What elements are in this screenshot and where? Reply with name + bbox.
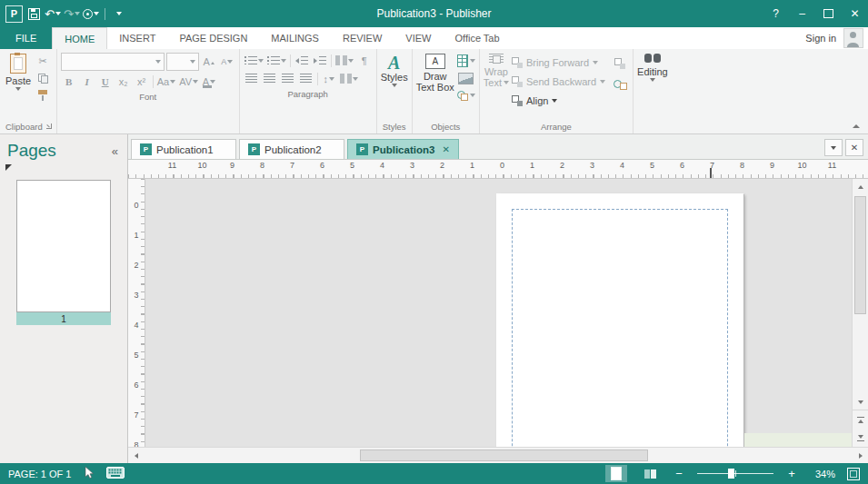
zoom-slider-thumb[interactable]	[728, 469, 734, 479]
paste-button[interactable]: Paste	[5, 52, 31, 119]
tab-office-tab[interactable]: Office Tab	[443, 27, 511, 49]
work-area: P Publication1 P Publication2 P Publicat…	[128, 134, 868, 463]
vertical-scroll-track[interactable]	[853, 194, 868, 394]
font-color-button[interactable]: A	[201, 74, 217, 89]
fit-page-button[interactable]	[847, 468, 860, 480]
vertical-ruler[interactable]: 012345678	[128, 179, 145, 447]
doc-tab-publication3[interactable]: P Publication3 ✕	[347, 139, 459, 159]
numbering-button[interactable]	[266, 53, 287, 68]
editing-button[interactable]: Editing	[637, 52, 668, 119]
page-1-thumbnail[interactable]	[16, 180, 111, 312]
format-painter-button[interactable]	[34, 88, 52, 103]
wrap-text-button[interactable]: Wrap Text	[484, 52, 509, 119]
columns-button[interactable]	[334, 53, 354, 68]
insert-picture-button[interactable]	[457, 71, 475, 85]
scroll-right-button[interactable]	[853, 448, 868, 463]
horizontal-ruler[interactable]: 111098765432101234567891011	[128, 160, 868, 179]
align-left-button[interactable]	[244, 71, 260, 86]
borders-button[interactable]	[339, 71, 359, 86]
scroll-page-up-button[interactable]	[853, 410, 868, 429]
insert-table-button[interactable]	[457, 54, 475, 68]
horizontal-scroll-track[interactable]	[144, 448, 853, 463]
cut-button[interactable]: ✂	[34, 54, 52, 68]
scroll-left-button[interactable]	[128, 448, 144, 463]
group-objects-button[interactable]	[611, 56, 629, 71]
sign-in-link[interactable]: Sign in	[805, 33, 836, 44]
zoom-slider[interactable]	[697, 465, 773, 482]
two-page-view-button[interactable]	[639, 465, 661, 482]
single-page-view-button[interactable]	[605, 465, 627, 482]
copy-button[interactable]	[34, 71, 52, 85]
zoom-level[interactable]: 34%	[810, 469, 835, 479]
subscript-button[interactable]: x₂	[115, 74, 132, 89]
doc-tab-publication2[interactable]: P Publication2	[239, 139, 344, 159]
pages-panel-marker-icon[interactable]	[5, 164, 12, 171]
close-doc-tab-icon[interactable]: ✕	[442, 144, 449, 154]
superscript-button[interactable]: x²	[134, 74, 150, 89]
pages-panel-title: Pages	[7, 141, 56, 161]
draw-text-box-button[interactable]: A Draw Text Box	[416, 52, 454, 119]
page-1-thumbnail-label[interactable]: 1	[16, 312, 111, 325]
touch-mode-button[interactable]	[83, 4, 99, 24]
app-menu-button[interactable]: P	[5, 4, 23, 24]
decrease-indent-button[interactable]	[294, 53, 310, 68]
tab-mailings[interactable]: MAILINGS	[259, 27, 331, 49]
show-formatting-button[interactable]: ¶	[356, 53, 373, 68]
scroll-down-button[interactable]	[853, 394, 868, 410]
undo-button[interactable]: ↶	[45, 4, 61, 24]
bring-forward-button[interactable]: Bring Forward	[512, 54, 605, 71]
rotate-objects-button[interactable]	[611, 77, 629, 92]
vertical-scroll-thumb[interactable]	[854, 196, 866, 314]
bold-button[interactable]: B	[61, 74, 77, 89]
horizontal-scrollbar[interactable]	[128, 447, 868, 463]
horizontal-scroll-thumb[interactable]	[360, 449, 648, 461]
insert-shapes-button[interactable]	[457, 88, 475, 103]
change-case-button[interactable]: Aa	[156, 74, 176, 89]
font-size-combo[interactable]	[166, 53, 199, 71]
tab-file[interactable]: FILE	[0, 27, 52, 49]
send-backward-button[interactable]: Send Backward	[512, 74, 605, 90]
collapse-ribbon-button[interactable]	[853, 124, 860, 128]
character-spacing-button[interactable]: AV	[178, 74, 199, 89]
align-center-button[interactable]	[262, 71, 278, 86]
font-name-combo[interactable]	[61, 53, 165, 71]
bullets-button[interactable]	[244, 53, 264, 68]
line-spacing-button[interactable]: ↕	[321, 71, 337, 86]
customize-qat-button[interactable]	[111, 4, 127, 24]
tab-view[interactable]: VIEW	[394, 27, 443, 49]
increase-indent-button[interactable]	[312, 53, 328, 68]
maximize-button[interactable]	[815, 0, 842, 27]
shrink-font-button[interactable]: A	[219, 54, 235, 70]
scroll-up-button[interactable]	[853, 179, 868, 194]
workspace-canvas[interactable]	[145, 179, 852, 447]
vertical-scrollbar[interactable]	[852, 179, 868, 447]
minimize-button[interactable]: –	[789, 0, 815, 27]
justify-button[interactable]	[298, 71, 314, 86]
paragraph-group: ¶ ↕ Paragraph	[240, 49, 377, 133]
save-button[interactable]	[25, 4, 42, 24]
zoom-out-button[interactable]: −	[673, 467, 685, 480]
underline-button[interactable]: U	[97, 74, 114, 89]
publication-page[interactable]	[496, 193, 743, 447]
doc-tab-publication1[interactable]: P Publication1	[131, 139, 236, 159]
scroll-page-down-button[interactable]	[853, 429, 868, 447]
align-objects-button[interactable]: Align	[512, 93, 605, 109]
zoom-in-button[interactable]: +	[785, 467, 798, 480]
tab-review[interactable]: REVIEW	[331, 27, 394, 49]
collapse-pages-panel-button[interactable]: «	[112, 144, 118, 158]
tab-page-design[interactable]: PAGE DESIGN	[167, 27, 259, 49]
page-indicator[interactable]: PAGE: 1 OF 1	[8, 469, 72, 479]
user-avatar-icon[interactable]	[843, 28, 863, 48]
help-button[interactable]: ?	[763, 0, 789, 27]
close-button[interactable]: ✕	[842, 0, 868, 27]
redo-button[interactable]: ↷	[64, 4, 80, 24]
italic-button[interactable]: I	[79, 74, 95, 89]
tab-list-dropdown-button[interactable]	[824, 139, 843, 156]
tab-insert[interactable]: INSERT	[107, 27, 167, 49]
clipboard-dialog-launcher[interactable]	[45, 123, 53, 130]
close-tab-bar-button[interactable]: ✕	[845, 139, 863, 156]
grow-font-button[interactable]: A	[201, 54, 217, 70]
tab-home[interactable]: HOME	[52, 27, 107, 49]
align-right-button[interactable]	[280, 71, 296, 86]
styles-button[interactable]: A Styles	[381, 52, 408, 119]
